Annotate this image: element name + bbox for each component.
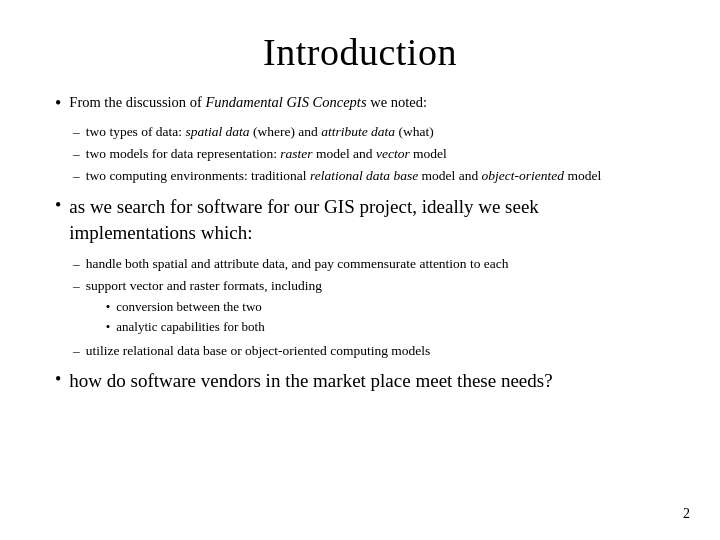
sub-item-4-text: handle both spatial and attribute data, …: [86, 255, 509, 274]
bullet-1: • From the discussion of Fundamental GIS…: [55, 92, 665, 115]
bullet-2-subitems: – handle both spatial and attribute data…: [73, 255, 665, 360]
dot-icon: •: [106, 298, 111, 316]
sub-sub-item-1: • conversion between the two: [106, 298, 322, 316]
sub-item-1: – two types of data: spatial data (where…: [73, 123, 665, 142]
bullet-2-text: as we search for software for our GIS pr…: [69, 194, 665, 245]
sub-sub-list: • conversion between the two • analytic …: [106, 298, 322, 336]
sub-item-3-text: two computing environments: traditional …: [86, 167, 601, 186]
dash-icon: –: [73, 145, 80, 164]
bullet-3: • how do software vendors in the market …: [55, 368, 665, 394]
sub-item-3: – two computing environments: traditiona…: [73, 167, 665, 186]
bullet-1-marker: •: [55, 92, 61, 115]
bullet-3-text: how do software vendors in the market pl…: [69, 368, 552, 394]
slide: Introduction • From the discussion of Fu…: [0, 0, 720, 540]
sub-item-6: – utilize relational data base or object…: [73, 342, 665, 361]
sub-item-5: – support vector and raster formats, inc…: [73, 277, 665, 338]
sub-sub-item-1-text: conversion between the two: [116, 298, 261, 316]
bullet-2: • as we search for software for our GIS …: [55, 194, 665, 245]
sub-sub-item-2: • analytic capabilities for both: [106, 318, 322, 336]
dash-icon: –: [73, 123, 80, 142]
bullet-2-marker: •: [55, 194, 61, 217]
sub-sub-item-2-text: analytic capabilities for both: [116, 318, 264, 336]
sub-item-4: – handle both spatial and attribute data…: [73, 255, 665, 274]
dot-icon: •: [106, 318, 111, 336]
bullet-1-subitems: – two types of data: spatial data (where…: [73, 123, 665, 186]
sub-item-1-text: two types of data: spatial data (where) …: [86, 123, 434, 142]
bullet-1-text: From the discussion of Fundamental GIS C…: [69, 92, 427, 112]
sub-item-5-text: support vector and raster formats, inclu…: [86, 277, 322, 338]
dash-icon: –: [73, 342, 80, 361]
page-number: 2: [683, 506, 690, 522]
sub-item-6-text: utilize relational data base or object-o…: [86, 342, 431, 361]
dash-icon: –: [73, 255, 80, 274]
dash-icon: –: [73, 277, 80, 296]
sub-item-2-text: two models for data representation: rast…: [86, 145, 447, 164]
slide-title: Introduction: [55, 30, 665, 74]
bullet-3-marker: •: [55, 368, 61, 391]
sub-item-2: – two models for data representation: ra…: [73, 145, 665, 164]
dash-icon: –: [73, 167, 80, 186]
